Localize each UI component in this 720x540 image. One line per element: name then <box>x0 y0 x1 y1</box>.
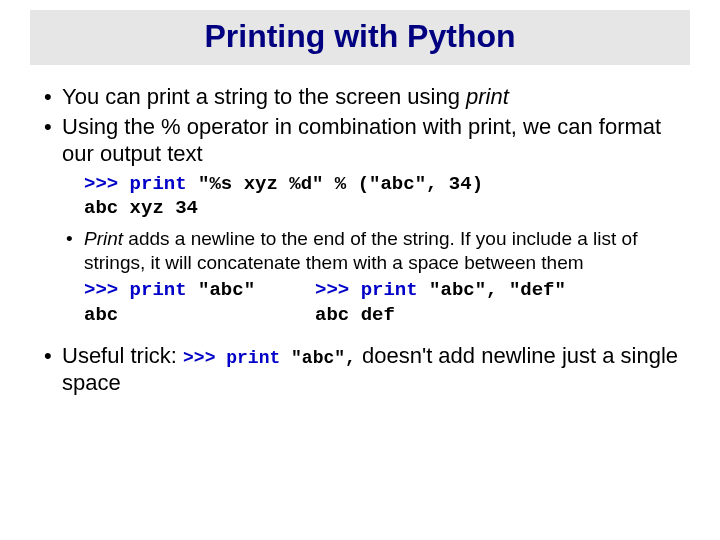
code-prompt: >>> <box>315 279 361 301</box>
bullet-2-text: Using the % operator in combination with… <box>62 114 661 167</box>
bullet-item-2: Using the % operator in combination with… <box>40 113 680 168</box>
code-output: abc def <box>315 304 395 326</box>
bullet-3-text: adds a newline to the end of the string.… <box>84 228 637 273</box>
code-column-right: >>> print "abc", "def" abc def <box>315 278 566 327</box>
code-args: "%s xyz %d" % ("abc", 34) <box>187 173 483 195</box>
code-column-left: >>> print "abc" abc <box>84 278 255 327</box>
bullet-item-1: You can print a string to the screen usi… <box>40 83 680 111</box>
code-prompt: >>> <box>84 279 130 301</box>
sub-bullet-list: Print adds a newline to the end of the s… <box>40 227 680 275</box>
slide-title: Printing with Python <box>30 18 690 55</box>
slide: Printing with Python You can print a str… <box>0 10 720 540</box>
code-output: abc <box>84 304 118 326</box>
title-bar: Printing with Python <box>30 10 690 65</box>
slide-content: You can print a string to the screen usi… <box>0 65 720 397</box>
code-keyword: print <box>226 348 280 368</box>
bullet-1-keyword: print <box>466 84 509 109</box>
code-keyword: print <box>130 279 187 301</box>
code-args: "abc" <box>187 279 255 301</box>
code-output: abc xyz 34 <box>84 197 198 219</box>
code-args: "abc", "def" <box>418 279 566 301</box>
code-prompt: >>> <box>183 348 226 368</box>
bullet-1-text: You can print a string to the screen usi… <box>62 84 466 109</box>
bullet-item-4: Useful trick: >>> print "abc", doesn't a… <box>40 342 680 397</box>
code-two-column: >>> print "abc" abc >>> print "abc", "de… <box>40 278 680 327</box>
bullet-4-text-a: Useful trick: <box>62 343 183 368</box>
bullet-3-keyword: Print <box>84 228 123 249</box>
bullet-list: You can print a string to the screen usi… <box>40 83 680 168</box>
code-args: "abc", <box>280 348 356 368</box>
code-keyword: print <box>361 279 418 301</box>
code-prompt: >>> <box>84 173 130 195</box>
code-example-1: >>> print "%s xyz %d" % ("abc", 34) abc … <box>40 172 680 221</box>
bullet-list-last: Useful trick: >>> print "abc", doesn't a… <box>40 342 680 397</box>
bullet-item-3: Print adds a newline to the end of the s… <box>40 227 680 275</box>
code-keyword: print <box>130 173 187 195</box>
